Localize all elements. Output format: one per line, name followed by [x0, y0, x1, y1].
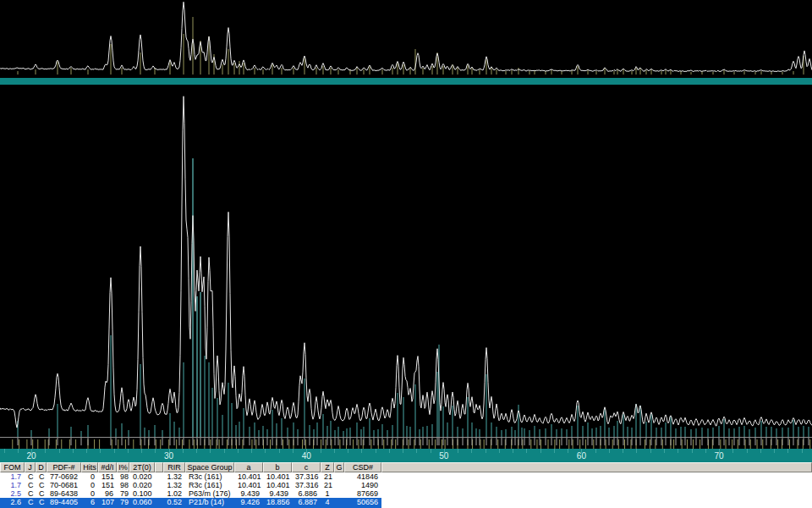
cell-pdf-: 89-6438: [47, 489, 81, 498]
result-row-77-0692[interactable]: 1.7CC77-06920151980.0201.32R3c (161)10.4…: [0, 472, 812, 481]
cell-space-group: P21/b (14): [185, 498, 234, 508]
cell-d: C: [36, 489, 47, 498]
cell-blank: [155, 472, 163, 481]
pdf-line-ticks-olive: [13, 439, 810, 449]
axis-minor-tick: [348, 449, 348, 453]
col-header-c[interactable]: c: [292, 462, 321, 472]
cell-space-group: R3c (161): [185, 481, 234, 489]
col-header-fom[interactable]: FOM: [0, 462, 25, 472]
col-header-blank-17: [381, 462, 812, 472]
axis-minor-tick: [609, 449, 610, 453]
col-header--d-i[interactable]: #d/I: [98, 462, 117, 472]
cell-d: C: [36, 481, 47, 489]
axis-minor-tick: [650, 449, 651, 453]
col-header-space-group[interactable]: Space Group: [185, 462, 234, 472]
result-row-70-0681[interactable]: 1.7CC70-06810151980.0201.32R3c (161)10.4…: [0, 481, 812, 489]
cell-blank: [155, 481, 163, 489]
col-header-d[interactable]: D: [36, 462, 47, 472]
axis-minor-tick: [787, 449, 788, 453]
axis-minor-tick: [321, 449, 321, 453]
axis-minor-tick: [664, 449, 665, 453]
cell-blank: [381, 481, 812, 489]
result-row-89-6438[interactable]: 2.5CC89-6438096790.1001.02P63/m (176)9.4…: [0, 489, 812, 498]
axis-minor-tick: [224, 449, 225, 453]
axis-minor-tick: [431, 449, 431, 453]
cell-g: [334, 498, 344, 508]
axis-minor-tick: [678, 449, 678, 453]
col-header-i-[interactable]: I%: [117, 462, 129, 472]
cell-j: C: [25, 472, 36, 481]
axis-minor-tick: [554, 449, 555, 453]
pattern-analysis-window: 203040506070 FOMJDPDF-#Hits#d/II%2T(0)RI…: [0, 0, 812, 508]
cell-blank: [381, 498, 812, 508]
axis-minor-tick: [747, 449, 748, 453]
cell-blank: [155, 498, 163, 508]
cell--d-i: 96: [98, 489, 117, 498]
axis-minor-tick: [403, 449, 403, 453]
cell-csd-: 1490: [344, 481, 381, 489]
overview-diffraction-trace: [0, 2, 812, 71]
axis-minor-tick: [499, 449, 500, 453]
axis-minor-tick: [513, 449, 513, 453]
cell-b: 10.401: [263, 481, 292, 489]
cell-b: 9.439: [263, 489, 292, 498]
overview-reference-stick-markers: [18, 17, 804, 75]
axis-minor-tick: [540, 449, 541, 453]
col-header-hits[interactable]: Hits: [81, 462, 98, 472]
axis-minor-tick: [265, 449, 266, 453]
col-header-z[interactable]: Z: [321, 462, 334, 472]
axis-minor-tick: [636, 449, 637, 453]
axis-minor-tick: [361, 449, 362, 453]
col-header-csd-[interactable]: CSD#: [344, 462, 381, 472]
axis-minor-tick: [760, 449, 761, 453]
cell-j: C: [25, 481, 36, 489]
axis-minor-tick: [86, 449, 87, 453]
cell-a: 9.426: [234, 498, 263, 508]
axis-minor-tick: [210, 449, 211, 453]
axis-tick-label-50: 50: [439, 451, 448, 461]
axis-minor-tick: [100, 449, 101, 453]
cell--d-i: 151: [98, 481, 117, 489]
col-header-j[interactable]: J: [25, 462, 36, 472]
col-header-blank-8[interactable]: [155, 462, 163, 472]
cell-j: C: [25, 489, 36, 498]
cell-g: [334, 481, 344, 489]
results-table-header: FOMJDPDF-#Hits#d/II%2T(0)RIRSpace Groupa…: [0, 462, 812, 472]
col-header-pdf-[interactable]: PDF-#: [47, 462, 81, 472]
cell-i-: 79: [117, 498, 129, 508]
cell-pdf-: 77-0692: [47, 472, 81, 481]
col-header-2t-0-[interactable]: 2T(0): [129, 462, 155, 472]
cell-hits: 6: [81, 498, 98, 508]
col-header-b[interactable]: b: [263, 462, 292, 472]
cell-pdf-: 89-4405: [47, 498, 81, 508]
cell-d: C: [36, 472, 47, 481]
axis-minor-tick: [196, 449, 197, 453]
cell-z: 21: [321, 481, 334, 489]
cell-blank: [155, 489, 163, 498]
cell-b: 18.856: [263, 498, 292, 508]
axis-tick-label-30: 30: [164, 451, 173, 461]
axis-minor-tick: [251, 449, 252, 453]
col-header-g[interactable]: G: [334, 462, 344, 472]
axis-minor-tick: [334, 449, 335, 453]
col-header-a[interactable]: a: [234, 462, 263, 472]
axis-minor-tick: [732, 449, 733, 453]
cell-rir: 1.32: [163, 472, 185, 481]
cell-b: 10.401: [263, 472, 292, 481]
main-diffraction-plot[interactable]: [0, 85, 812, 437]
cell-2t-0-: 0.020: [129, 481, 155, 489]
col-header-rir[interactable]: RIR: [163, 462, 185, 472]
axis-minor-tick: [389, 449, 390, 453]
cell-csd-: 41846: [344, 472, 381, 481]
overview-diffraction-plot[interactable]: [0, 0, 812, 78]
cell-a: 10.401: [234, 472, 263, 481]
axis-minor-tick: [238, 449, 239, 453]
pdf-line-ticks-gray: [18, 438, 809, 445]
cell-c: 6.886: [292, 489, 321, 498]
cell-j: C: [25, 498, 36, 508]
result-row-89-4405[interactable]: 2.6CC89-44056107790.0600.52P21/b (14)9.4…: [0, 498, 812, 508]
axis-minor-tick: [486, 449, 486, 453]
axis-minor-tick: [692, 449, 693, 453]
axis-minor-tick: [458, 449, 458, 453]
cell-z: 1: [321, 489, 334, 498]
